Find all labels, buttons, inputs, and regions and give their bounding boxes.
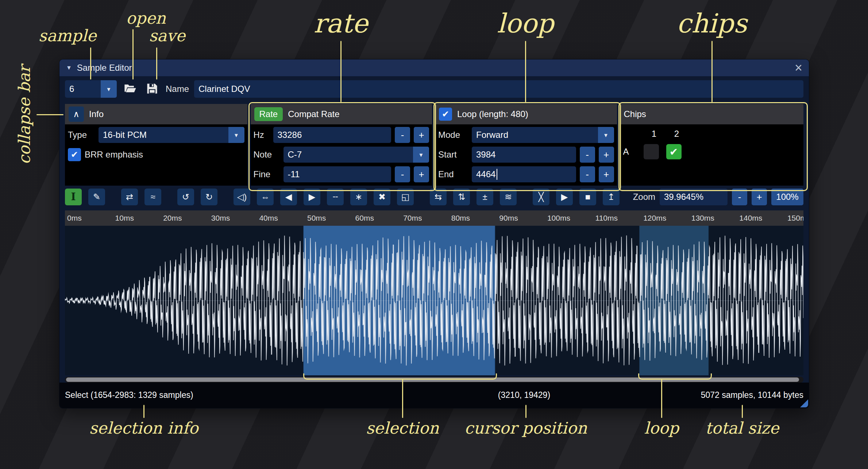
scrollbar-thumb[interactable] xyxy=(66,377,799,382)
normalize-button[interactable]: ⇔ xyxy=(257,189,274,205)
toolbar: I ✎ ⇄ ≈ ↺ ↻ ◁) ⇔ xyxy=(59,186,809,208)
chip-row-label: A xyxy=(623,147,636,157)
resample-button[interactable]: ≈ xyxy=(144,189,161,205)
reverse-button[interactable]: ⇆ xyxy=(430,189,447,205)
title-bar[interactable]: ▼ Sample Editor × xyxy=(59,59,809,76)
chip-toggle-1[interactable] xyxy=(644,144,659,159)
chip-toggle-2[interactable] xyxy=(666,144,682,159)
ruler-tick: 90ms xyxy=(497,210,545,226)
time-ruler[interactable]: 0ms10ms20ms30ms40ms50ms60ms70ms80ms90ms1… xyxy=(65,210,803,226)
fade-out-button[interactable]: ▶ xyxy=(304,189,320,205)
ruler-tick: 140ms xyxy=(737,210,785,226)
filter-button[interactable]: ≋ xyxy=(500,189,517,205)
ruler-tick: 120ms xyxy=(641,210,689,226)
loop-start-decrease-button[interactable]: - xyxy=(580,147,595,163)
annotation-selection-info: selection info xyxy=(89,419,198,437)
chip-cells xyxy=(644,144,682,159)
delete-button[interactable]: ✖ xyxy=(374,189,390,205)
window-collapse-caret-icon[interactable]: ▼ xyxy=(66,65,72,71)
preview-button[interactable]: ▶ xyxy=(556,189,573,205)
open-button[interactable] xyxy=(122,81,139,97)
sections-row: ∧ Info Type 16-bit PCM ▼ BRR emphasis xyxy=(59,102,809,186)
ruler-tick: 70ms xyxy=(401,210,449,226)
zoom-reset-button[interactable]: 100% xyxy=(771,189,803,205)
fade-in-button[interactable]: ◀ xyxy=(280,189,297,205)
zoom-value: 39.9645% xyxy=(664,192,703,202)
chevron-down-icon[interactable]: ▼ xyxy=(598,127,614,143)
undo-button[interactable]: ↺ xyxy=(177,189,194,205)
fine-input[interactable]: -11 xyxy=(283,166,391,182)
collapse-info-button[interactable]: ∧ xyxy=(69,106,84,122)
annotation-line-total-size xyxy=(742,405,743,418)
loop-end-increase-button[interactable]: + xyxy=(599,166,614,182)
amplify-button[interactable]: ◁) xyxy=(234,189,250,205)
ibeam-cursor-icon: I xyxy=(71,192,76,202)
note-label: Note xyxy=(254,150,280,160)
note-select[interactable]: C-7 ▼ xyxy=(283,147,429,163)
chips-header: Chips xyxy=(620,104,804,124)
chevron-down-icon[interactable]: ▼ xyxy=(228,127,244,143)
zoom-out-button[interactable]: - xyxy=(732,189,747,205)
loop-end-input[interactable]: 4464 xyxy=(472,166,576,182)
brr-emphasis-checkbox[interactable] xyxy=(68,148,81,161)
loop-start-input[interactable]: 3984 xyxy=(472,147,576,163)
fade-out-icon: ▶ xyxy=(309,193,315,201)
save-button[interactable] xyxy=(144,81,161,97)
ruler-tick: 30ms xyxy=(209,210,257,226)
plus-minus-icon: ± xyxy=(482,193,487,201)
fade-in-icon: ◀ xyxy=(285,193,292,201)
crossfade-button[interactable]: ╳ xyxy=(533,189,549,205)
signedness-button[interactable]: ± xyxy=(477,189,493,205)
fine-increase-button[interactable]: + xyxy=(414,166,429,182)
ruler-tick: 50ms xyxy=(305,210,353,226)
fine-value: -11 xyxy=(288,169,300,179)
loop-mode-select[interactable]: Forward ▼ xyxy=(472,127,614,143)
loop-start-increase-button[interactable]: + xyxy=(599,147,614,163)
zoom-input[interactable]: 39.9645% xyxy=(660,189,728,205)
trim-button[interactable]: ◱ xyxy=(397,189,414,205)
loop-start-value: 3984 xyxy=(476,150,495,160)
chevron-down-icon[interactable]: ▼ xyxy=(413,147,429,163)
hz-input[interactable]: 33286 xyxy=(273,127,391,143)
apply-silence-icon: ∗ xyxy=(355,193,362,201)
annotation-line-save xyxy=(156,47,157,80)
loop-header: Loop (length: 480) xyxy=(435,104,617,124)
resize-grip[interactable] xyxy=(800,399,808,407)
resize-button[interactable]: ⇄ xyxy=(121,189,138,205)
name-value: Clarinet DQV xyxy=(198,84,250,94)
apply-silence-button[interactable]: ∗ xyxy=(350,189,367,205)
zoom-in-button[interactable]: + xyxy=(752,189,767,205)
loop-start-label: Start xyxy=(438,150,468,160)
annotation-line-rate xyxy=(340,41,342,102)
loop-mode-value: Forward xyxy=(472,127,598,143)
sample-selector[interactable]: 6 ▼ xyxy=(65,80,117,98)
stop-icon: ■ xyxy=(585,193,591,201)
close-icon[interactable]: × xyxy=(795,61,802,74)
note-value: C-7 xyxy=(283,147,413,163)
loop-enable-checkbox[interactable] xyxy=(439,108,452,121)
hz-decrease-button[interactable]: - xyxy=(395,127,410,143)
insert-silence-button[interactable]: ╌ xyxy=(327,189,344,205)
waveform-canvas[interactable] xyxy=(65,226,803,375)
zoom-label: Zoom xyxy=(633,192,655,202)
loop-end-label: End xyxy=(438,169,468,179)
annotation-line-loop xyxy=(525,41,526,102)
fine-decrease-button[interactable]: - xyxy=(395,166,410,182)
make-wavetable-button[interactable]: ↥ xyxy=(603,189,620,205)
type-label: Type xyxy=(68,130,95,140)
edit-draw-button[interactable]: ✎ xyxy=(88,189,105,205)
text-cursor xyxy=(497,169,497,180)
waveform-scrollbar[interactable] xyxy=(65,377,803,383)
stop-preview-button[interactable]: ■ xyxy=(579,189,596,205)
type-select[interactable]: 16-bit PCM ▼ xyxy=(99,127,244,143)
edit-select-button[interactable]: I xyxy=(65,189,82,205)
hz-increase-button[interactable]: + xyxy=(414,127,429,143)
cross-icon: ╳ xyxy=(539,193,544,201)
play-icon: ▶ xyxy=(561,193,568,201)
redo-button[interactable]: ↻ xyxy=(201,189,217,205)
loop-end-decrease-button[interactable]: - xyxy=(580,166,595,182)
ruler-tick: 130ms xyxy=(689,210,737,226)
invert-button[interactable]: ⇅ xyxy=(453,189,470,205)
total-size-text: 5072 samples, 10144 bytes xyxy=(701,390,803,400)
chevron-down-icon[interactable]: ▼ xyxy=(101,80,117,98)
